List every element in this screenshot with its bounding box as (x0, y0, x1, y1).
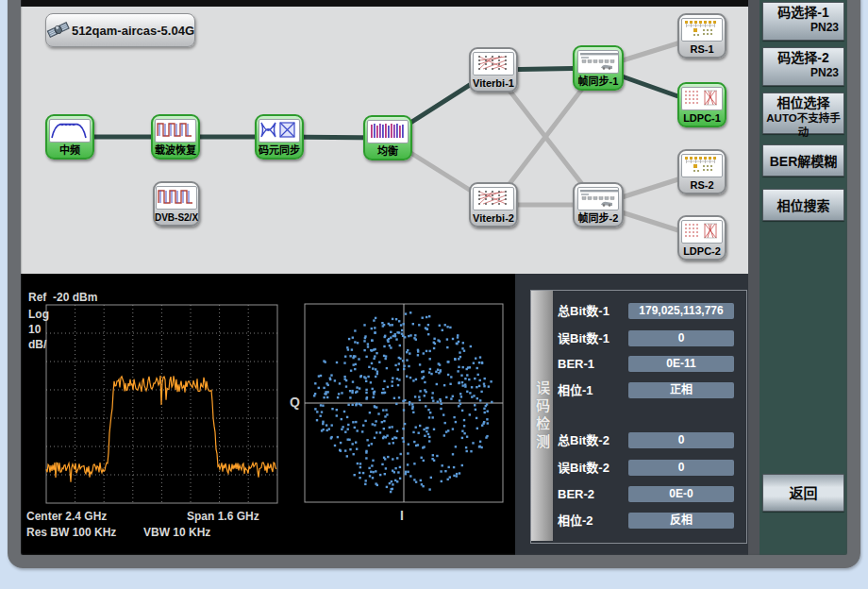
ber-row-label: 总Bit数-2 (558, 432, 627, 448)
i-axis-label: I (400, 508, 404, 523)
ber-value-box: 0 (628, 460, 734, 476)
equalizer-bars-icon (367, 120, 409, 143)
rs-decoder-icon (681, 154, 723, 177)
satellite-icon (46, 18, 71, 42)
phase-select-button[interactable]: 相位选择 AUTO不支持手动 (762, 93, 844, 134)
ldpc-decoder-icon (681, 87, 723, 110)
block-label: 均衡 (377, 145, 398, 158)
if-spectrum-icon (49, 119, 91, 143)
ber-row-label: 总Bit数-1 (558, 303, 627, 319)
block-label: Viterbi-1 (473, 77, 514, 90)
block-label: LDPC-1 (683, 112, 721, 125)
top-strip (21, 0, 748, 7)
frame-sync-icon (577, 50, 619, 74)
phase-search-button[interactable]: 相位搜索 (762, 189, 844, 221)
ber-value-box: 179,025,113,776 (628, 303, 734, 319)
block-if[interactable]: 中频 (45, 114, 94, 160)
eye-diagram-icon (259, 119, 300, 143)
block-rs-2[interactable]: RS-2 (677, 149, 726, 194)
button-value: PN23 (763, 21, 843, 35)
block-label: Viterbi-2 (473, 212, 514, 225)
ber-row-label: BER-1 (558, 356, 627, 372)
frame-sync-icon (577, 187, 619, 210)
button-label: 相位选择 (763, 93, 843, 111)
code-select-2-button[interactable]: 码选择-2 PN23 (762, 47, 844, 86)
rbw-label: Res BW 100 KHz (26, 526, 116, 539)
ber-group-label: 误码检测 (532, 380, 552, 452)
vbw-label: VBW 10 KHz (143, 526, 210, 539)
block-frame-sync-1[interactable]: 帧同步-1 (573, 45, 624, 91)
block-label: 码元同步 (259, 144, 300, 157)
ber-row-label: 相位-1 (558, 382, 627, 398)
app-window: 512qam-aircas-5.04G 中频 载波恢复 DVB-S2/X (0, 0, 868, 589)
block-frame-sync-2[interactable]: 帧同步-2 (573, 182, 624, 227)
ber-deambiguity-button[interactable]: BER解模糊 (762, 144, 844, 177)
block-label: 帧同步-1 (578, 76, 619, 88)
q-axis-label: Q (290, 395, 300, 410)
trellis-icon (473, 187, 514, 210)
panel-divider (748, 0, 760, 555)
code-select-1-button[interactable]: 码选择-1 PN23 (762, 2, 844, 41)
button-label: 相位搜索 (763, 190, 843, 220)
span-label: Span 1.6 GHz (187, 510, 259, 523)
block-viterbi-2[interactable]: Viterbi-2 (469, 182, 518, 227)
block-label: DVB-S2/X (155, 211, 198, 224)
ber-groupbox-border (530, 290, 747, 544)
ber-value-box: 0 (628, 432, 734, 448)
signal-title-label: 512qam-aircas-5.04G (72, 24, 194, 38)
scale-unit: dB/ (28, 338, 46, 351)
ber-row-label: 误Bit数-2 (558, 460, 627, 476)
ber-value-box: 反相 (628, 513, 734, 529)
ber-value-box: 0 (628, 330, 734, 346)
spectrum-analyzer-panel: Ref -20 dBm Log 10 dB/ Center 2.4 GHz Sp… (21, 274, 286, 555)
ldpc-decoder-icon (681, 220, 723, 244)
ber-row-label: 误Bit数-1 (558, 330, 627, 346)
block-equalizer[interactable]: 均衡 (363, 115, 412, 160)
constellation-panel: Q I (284, 274, 515, 555)
block-label: RS-1 (690, 43, 713, 56)
ber-value-box: 正相 (628, 382, 734, 398)
button-label: BER解模糊 (763, 145, 843, 176)
inactive-connections (387, 36, 702, 238)
block-viterbi-1[interactable]: Viterbi-1 (469, 47, 518, 93)
block-dvb-s2x[interactable]: DVB-S2/X (153, 181, 200, 227)
button-label: 码选择-1 (763, 3, 843, 21)
control-button-panel: 码选择-1 PN23 码选择-2 PN23 相位选择 AUTO不支持手动 BER… (760, 0, 847, 555)
ber-group-tab: 误码检测 (531, 291, 553, 541)
ber-monitor-panel: 误码检测 总Bit数-1 179,025,113,776 误Bit数-1 0 B… (515, 274, 748, 555)
ber-value-box: 0E-11 (628, 356, 734, 372)
button-label: 返回 (763, 475, 843, 511)
block-symbol-sync[interactable]: 码元同步 (255, 114, 304, 160)
ber-row-label: 相位-2 (558, 513, 627, 529)
signal-title-button[interactable]: 512qam-aircas-5.04G (45, 13, 195, 47)
button-value: AUTO不支持手动 (763, 111, 843, 140)
squarewave-icon (155, 119, 196, 143)
button-label: 码选择-2 (763, 48, 843, 66)
center-freq-label: Center 2.4 GHz (26, 510, 107, 523)
block-rs-1[interactable]: RS-1 (677, 13, 726, 59)
log-label: Log (28, 308, 49, 321)
squarewave-icon (156, 186, 197, 210)
block-label: 中频 (59, 144, 80, 157)
block-carrier-recovery[interactable]: 载波恢复 (151, 114, 200, 160)
block-label: 帧同步-2 (578, 212, 619, 225)
block-label: LDPC-2 (683, 245, 721, 258)
block-label: 载波恢复 (155, 144, 196, 157)
block-ldpc-2[interactable]: LDPC-2 (677, 215, 726, 261)
signal-chain-diagram: 512qam-aircas-5.04G 中频 载波恢复 DVB-S2/X (21, 7, 748, 274)
button-value: PN23 (763, 66, 843, 80)
rs-decoder-icon (681, 18, 723, 42)
back-button[interactable]: 返回 (762, 474, 844, 512)
trellis-icon (473, 52, 514, 76)
ber-row-label: BER-2 (558, 486, 627, 502)
block-label: RS-2 (690, 179, 713, 192)
ref-level-label: Ref -20 dBm (28, 291, 97, 304)
scale-value: 10 (28, 323, 41, 336)
block-ldpc-1[interactable]: LDPC-1 (677, 82, 726, 127)
ber-value-box: 0E-0 (628, 486, 734, 502)
